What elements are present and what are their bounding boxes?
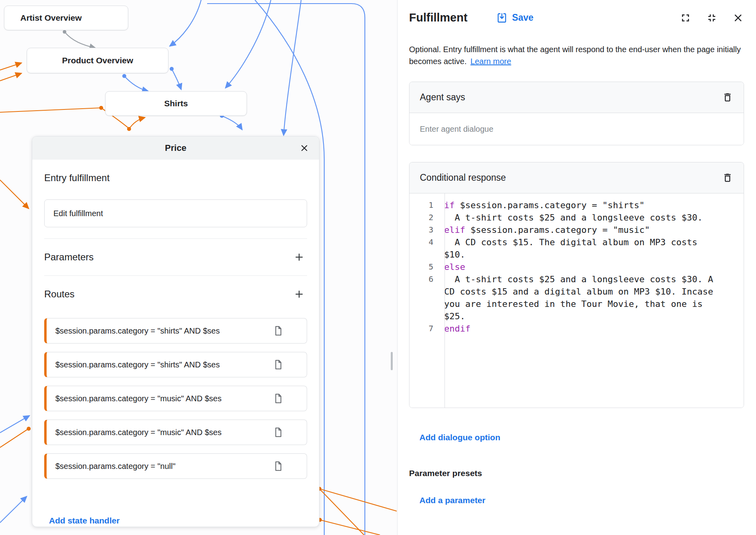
code-line: 3elif $session.params.category = "music" [409, 224, 744, 236]
add-state-handler-button[interactable]: Add state handler [49, 516, 119, 525]
route-condition: $session.params.category = "music" AND $… [47, 428, 260, 437]
code-line: 1if $session.params.category = "shirts" [409, 199, 744, 211]
routes-label: Routes [44, 289, 74, 300]
line-number: 5 [409, 261, 439, 273]
line-number: 3 [409, 224, 439, 236]
code-text: A t-shirt costs $25 and a longsleeve cos… [444, 273, 719, 322]
fullscreen-icon[interactable] [680, 12, 691, 24]
route-item[interactable]: $session.params.category = "null" [44, 453, 307, 479]
exit-fullscreen-icon[interactable] [706, 12, 718, 24]
add-dialogue-option-button[interactable]: Add dialogue option [419, 433, 500, 442]
trash-icon[interactable] [721, 92, 733, 103]
add-a-parameter-button[interactable]: Add a parameter [419, 496, 486, 505]
agent-says-title: Agent says [420, 92, 465, 103]
route-item[interactable]: $session.params.category = "shirts" AND … [44, 352, 307, 377]
description-text: Optional. Entry fulfillment is what the … [409, 45, 741, 66]
document-icon[interactable] [273, 359, 284, 370]
price-node-panel: Price Entry fulfillment Edit fulfillment… [32, 136, 319, 527]
code-text: if $session.params.category = "shirts" [444, 199, 719, 211]
document-icon[interactable] [273, 461, 284, 472]
line-number: 4 [409, 236, 439, 248]
flow-node-product-overview[interactable]: Product Overview [27, 48, 168, 73]
parameter-presets-heading: Parameter presets [409, 469, 744, 478]
flow-canvas[interactable]: Artist Overview Product Overview Shirts … [0, 0, 398, 535]
code-text: endif [444, 322, 719, 335]
route-item[interactable]: $session.params.category = "music" AND $… [44, 386, 307, 411]
learn-more-link[interactable]: Learn more [470, 57, 511, 66]
routes-list: $session.params.category = "shirts" AND … [44, 318, 307, 479]
add-route-icon[interactable] [291, 286, 307, 302]
document-icon[interactable] [273, 427, 284, 438]
document-icon[interactable] [273, 393, 284, 404]
page-title: Fulfillment [409, 11, 468, 24]
code-line: 7endif [409, 322, 744, 335]
route-condition: $session.params.category = "music" AND $… [47, 394, 260, 403]
conditional-response-card: Conditional response 1if $session.params… [409, 162, 744, 408]
price-panel-title: Price [165, 143, 186, 153]
price-panel-header: Price [32, 137, 319, 160]
document-icon[interactable] [273, 326, 284, 336]
line-number: 7 [409, 322, 439, 335]
parameters-label: Parameters [44, 252, 94, 263]
add-parameter-icon[interactable] [291, 249, 307, 265]
line-number: 1 [409, 199, 439, 211]
flow-node-shirts[interactable]: Shirts [105, 91, 247, 116]
node-label: Shirts [164, 99, 188, 108]
line-number: 2 [409, 211, 439, 224]
code-text: else [444, 261, 719, 273]
flow-node-artist-overview[interactable]: Artist Overview [4, 6, 128, 30]
save-button[interactable]: Save [494, 12, 536, 24]
node-label: Artist Overview [20, 13, 82, 23]
code-line: 5else [409, 261, 744, 273]
route-item[interactable]: $session.params.category = "shirts" AND … [44, 318, 307, 344]
route-condition: $session.params.category = "null" [47, 462, 260, 471]
fulfillment-panel: Fulfillment Save Optional. En [398, 0, 756, 535]
route-condition: $session.params.category = "shirts" AND … [47, 360, 260, 369]
node-label: Product Overview [62, 56, 133, 65]
code-line: 6 A t-shirt costs $25 and a longsleeve c… [409, 273, 744, 322]
close-icon[interactable] [732, 12, 744, 24]
entry-fulfillment-label: Entry fulfillment [44, 172, 307, 184]
panel-description: Optional. Entry fulfillment is what the … [409, 43, 744, 67]
fulfillment-panel-header: Fulfillment Save [409, 11, 744, 24]
code-text: A t-shirt costs $25 and a longsleeve cos… [444, 211, 719, 224]
save-button-label: Save [512, 12, 534, 23]
agent-says-card: Agent says [409, 82, 744, 145]
trash-icon[interactable] [721, 172, 733, 184]
close-icon[interactable] [298, 141, 311, 155]
condition-code-editor[interactable]: 1if $session.params.category = "shirts"2… [409, 193, 744, 408]
code-line: 2 A t-shirt costs $25 and a longsleeve c… [409, 211, 744, 224]
code-text: A CD costs $15. The digital album on MP3… [444, 236, 719, 261]
line-number: 6 [409, 273, 439, 285]
route-item[interactable]: $session.params.category = "music" AND $… [44, 420, 307, 445]
code-text: elif $session.params.category = "music" [444, 224, 719, 236]
panel-resize-handle[interactable] [391, 352, 393, 370]
agent-dialogue-input[interactable] [409, 113, 744, 145]
gutter-divider [445, 193, 445, 408]
edit-fulfillment-button[interactable]: Edit fulfillment [44, 199, 307, 227]
save-icon [496, 12, 507, 23]
code-line: 4 A CD costs $15. The digital album on M… [409, 236, 744, 261]
conditional-response-title: Conditional response [420, 172, 506, 183]
route-condition: $session.params.category = "shirts" AND … [47, 326, 260, 336]
